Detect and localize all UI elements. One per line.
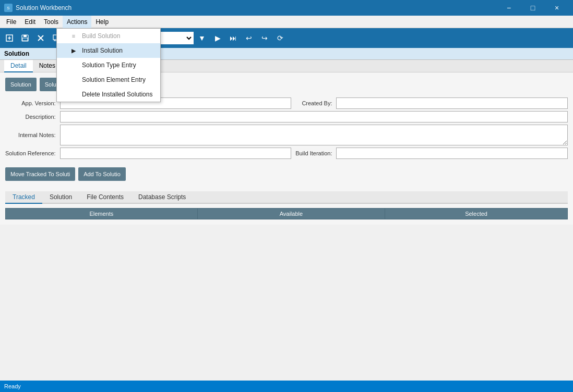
menu-file[interactable]: File: [2, 16, 20, 28]
app-icon: S: [4, 4, 13, 12]
menu-item-solution-element-entry[interactable]: Solution Element Entry: [57, 72, 160, 87]
toolbar-nav-next[interactable]: ▶: [210, 31, 225, 45]
window-controls: − □ ×: [497, 0, 569, 16]
app-version-label: App. Version:: [5, 100, 56, 106]
description-input[interactable]: [60, 111, 568, 123]
svg-rect-7: [22, 38, 28, 41]
menu-tools[interactable]: Tools: [40, 16, 63, 28]
tab-detail[interactable]: Detail: [4, 60, 33, 72]
minimize-button[interactable]: −: [497, 0, 521, 16]
build-iteration-label: Build Iteration:: [295, 150, 332, 156]
move-tracked-button[interactable]: Move Tracked To Soluti: [5, 167, 75, 181]
actions-dropdown-menu: ≡ Build Solution ▶ Install Solution Solu…: [56, 28, 161, 102]
toolbar-nav-back[interactable]: ↩: [242, 31, 256, 45]
menu-actions[interactable]: Actions: [63, 16, 91, 28]
maximize-button[interactable]: □: [521, 0, 545, 16]
menu-item-build-solution[interactable]: ≡ Build Solution: [57, 29, 160, 43]
col-header-elements: Elements: [6, 209, 198, 219]
col-header-available: Available: [197, 209, 385, 219]
menu-item-install-solution[interactable]: ▶ Install Solution: [57, 43, 160, 58]
menu-bar: File Edit Tools Actions Help: [0, 16, 573, 28]
toolbar-nav-dropdown[interactable]: ▼: [195, 31, 209, 45]
created-by-input[interactable]: [336, 97, 568, 109]
build-solution-label: Build Solution: [82, 32, 120, 40]
toolbar-save-btn[interactable]: [18, 31, 32, 45]
bottom-tab-tracked[interactable]: Tracked: [5, 191, 42, 204]
solution-type-entry-label: Solution Type Entry: [82, 62, 136, 69]
internal-notes-label: Internal Notes:: [5, 132, 56, 138]
col-header-selected: Selected: [385, 209, 568, 219]
close-button[interactable]: ×: [545, 0, 569, 16]
bottom-tab-file-contents[interactable]: File Contents: [79, 191, 131, 204]
toolbar-new-btn[interactable]: [2, 31, 17, 45]
window-title: Solution Workbench: [16, 4, 71, 11]
form-grid: App. Version: Created By: Description: I…: [5, 97, 568, 159]
toolbar-nav-forward[interactable]: ↪: [257, 31, 272, 45]
toolbar-nav-last[interactable]: ⏭: [226, 31, 241, 45]
bottom-tab-database-scripts[interactable]: Database Scripts: [131, 191, 193, 204]
svg-text:S: S: [7, 6, 9, 10]
menu-item-delete-installed-solutions[interactable]: Delete Installed Solutions: [57, 87, 160, 102]
solution-button[interactable]: Solution: [5, 78, 37, 91]
build-solution-icon: ≡: [69, 32, 78, 40]
menu-item-solution-type-entry[interactable]: Solution Type Entry: [57, 58, 160, 72]
toolbar-delete-btn[interactable]: [33, 31, 48, 45]
add-to-solution-button[interactable]: Add To Solutio: [78, 167, 126, 181]
solution-bar-label: Solution: [4, 50, 29, 57]
solution-reference-label: Solution Reference:: [5, 150, 56, 156]
solution-element-entry-icon: [69, 76, 78, 84]
internal-notes-input[interactable]: [60, 125, 568, 145]
delete-installed-icon: [69, 90, 78, 99]
created-by-label: Created By:: [295, 100, 332, 106]
title-bar: S Solution Workbench − □ ×: [0, 0, 573, 16]
solution-element-entry-label: Solution Element Entry: [82, 76, 146, 83]
install-solution-label: Install Solution: [82, 47, 123, 54]
install-solution-icon: ▶: [69, 46, 78, 55]
toolbar-refresh[interactable]: ⟳: [273, 31, 288, 45]
bottom-tab-solution[interactable]: Solution: [42, 191, 79, 204]
bottom-tabs: Tracked Solution File Contents Database …: [5, 191, 568, 204]
delete-installed-solutions-label: Delete Installed Solutions: [82, 91, 152, 98]
solution-reference-input[interactable]: [60, 148, 292, 159]
description-label: Description:: [5, 114, 56, 120]
button-row-2: Move Tracked To Soluti Add To Solutio: [5, 167, 568, 181]
data-table: Elements Available Selected: [5, 208, 568, 219]
solution-type-entry-icon: [69, 61, 78, 69]
menu-help[interactable]: Help: [91, 16, 113, 28]
build-iteration-input[interactable]: [336, 148, 568, 159]
svg-rect-6: [23, 35, 27, 37]
menu-edit[interactable]: Edit: [20, 16, 40, 28]
